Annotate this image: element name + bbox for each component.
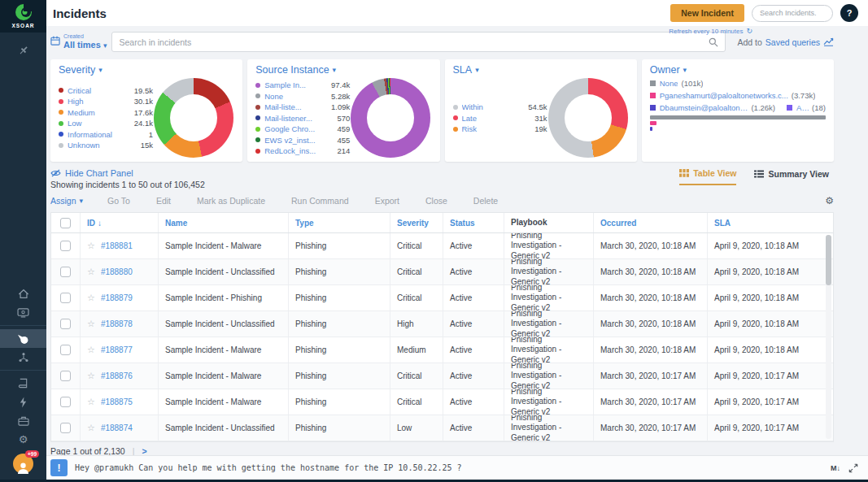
column-header-sla[interactable]: SLA (708, 213, 833, 232)
action-export[interactable]: Export (375, 196, 399, 206)
app-logo[interactable]: XSOAR (0, 0, 46, 33)
column-header-occurred[interactable]: Occurred (594, 213, 708, 232)
assign-dropdown[interactable]: Assign ▾ (50, 196, 83, 206)
source-instance-donut-chart[interactable] (351, 78, 430, 158)
column-header-severity[interactable]: Severity (390, 213, 443, 232)
legend-item[interactable]: Medium17.6k (59, 108, 153, 117)
help-button[interactable]: ? (840, 4, 858, 22)
row-checkbox[interactable] (60, 267, 71, 277)
column-header-playbook[interactable]: Playbook (504, 213, 594, 232)
sidebar-item-automation[interactable] (0, 393, 46, 411)
owner-bar[interactable] (650, 127, 652, 131)
legend-item[interactable]: Mail-liste...1.09k (255, 102, 350, 111)
sla-donut-chart[interactable] (548, 78, 628, 158)
created-filter-dropdown[interactable]: Created All times ▾ (50, 33, 107, 50)
owner-legend-item[interactable]: Dbaumstein@paloaltonetworks.c...(1.26k) (650, 103, 775, 112)
table-row[interactable]: ☆#188875Sample Incident - MalwarePhishin… (51, 389, 833, 415)
incident-search-input[interactable] (119, 37, 708, 47)
owner-bar[interactable] (650, 121, 656, 125)
favorite-star-icon[interactable]: ☆ (87, 319, 95, 329)
new-incident-button[interactable]: New Incident (670, 4, 744, 22)
severity-chart-title[interactable]: Severity▾ (59, 64, 234, 76)
incident-id-link[interactable]: #188875 (101, 397, 133, 406)
incident-id-link[interactable]: #188876 (101, 371, 133, 380)
incident-id-link[interactable]: #188877 (101, 345, 133, 354)
expand-command-bar-button[interactable] (848, 463, 858, 473)
legend-item[interactable]: Unknown15k (59, 141, 153, 150)
owner-bar[interactable] (650, 115, 826, 119)
column-header-id[interactable]: ID↓ (81, 213, 159, 232)
row-checkbox[interactable] (60, 397, 71, 407)
tab-summary-view[interactable]: Summary View (754, 168, 829, 185)
severity-donut-chart[interactable] (154, 78, 233, 158)
favorite-star-icon[interactable]: ☆ (87, 397, 95, 407)
column-header-name[interactable]: Name (159, 213, 289, 232)
legend-item[interactable]: Within54.5k (453, 102, 547, 111)
incident-id-link[interactable]: #188879 (101, 293, 133, 302)
refresh-note[interactable]: Refresh every 10 minutes ↻ (669, 27, 752, 35)
table-settings-gear-icon[interactable]: ⚙ (825, 196, 834, 206)
incident-id-link[interactable]: #188880 (101, 267, 133, 276)
favorite-star-icon[interactable]: ☆ (87, 293, 95, 303)
table-row[interactable]: ☆#188876Sample Incident - MalwarePhishin… (51, 363, 833, 389)
sla-chart-title[interactable]: SLA▾ (453, 64, 629, 76)
owner-legend-item[interactable]: Pganeshamurt@paloaltonetworks.c...(3.73k… (650, 91, 816, 100)
legend-item[interactable]: High30.1k (59, 97, 153, 106)
incident-id-link[interactable]: #188878 (101, 319, 133, 328)
sidebar-item-war-room[interactable] (0, 348, 46, 367)
table-row[interactable]: ☆#188880Sample Incident - UnclassifiedPh… (51, 259, 833, 285)
favorite-star-icon[interactable]: ☆ (87, 371, 95, 381)
owner-legend-item[interactable]: None(101k) (650, 79, 704, 88)
incident-id-link[interactable]: #188874 (101, 423, 133, 432)
table-scrollbar[interactable] (826, 235, 831, 439)
column-header-type[interactable]: Type (289, 213, 390, 232)
user-avatar[interactable]: +99 (13, 454, 33, 474)
action-delete[interactable]: Delete (473, 196, 498, 206)
legend-item[interactable]: Sample In...97.4k (255, 80, 350, 89)
favorite-star-icon[interactable]: ☆ (87, 267, 95, 277)
cli-prompt-icon[interactable]: ! (50, 459, 68, 476)
table-row[interactable]: ☆#188874Sample Incident - UnclassifiedPh… (51, 415, 833, 441)
sidebar-item-dashboards[interactable] (0, 303, 46, 322)
row-checkbox[interactable] (60, 293, 71, 303)
incident-search[interactable] (111, 32, 725, 52)
action-run-command[interactable]: Run Command (291, 196, 349, 206)
legend-item[interactable]: Critical19.5k (59, 86, 153, 95)
legend-item[interactable]: Late31k (453, 114, 547, 123)
table-row[interactable]: ☆#188877Sample Incident - MalwarePhishin… (51, 337, 833, 363)
owner-bar-chart[interactable] (650, 115, 826, 131)
sidebar-item-settings[interactable]: ⚙ (0, 430, 46, 449)
legend-item[interactable]: Risk19k (453, 124, 547, 133)
table-row[interactable]: ☆#188879Sample Incident - PhishingPhishi… (51, 285, 833, 311)
favorite-star-icon[interactable]: ☆ (87, 423, 95, 433)
sidebar-item-home[interactable] (0, 284, 46, 303)
favorite-star-icon[interactable]: ☆ (87, 345, 95, 355)
action-mark-as-duplicate[interactable]: Mark as Duplicate (197, 196, 265, 206)
action-edit[interactable]: Edit (156, 196, 171, 206)
legend-item[interactable]: Informational1 (59, 130, 153, 139)
legend-item[interactable]: RedLock_ins...214 (255, 146, 350, 155)
command-input[interactable] (75, 463, 831, 472)
action-go-to[interactable]: Go To (107, 196, 130, 206)
table-row[interactable]: ☆#188878Sample Incident - UnclassifiedPh… (51, 311, 833, 337)
action-close[interactable]: Close (425, 196, 447, 206)
row-checkbox[interactable] (60, 371, 71, 381)
legend-item[interactable]: EWS v2_inst...455 (255, 136, 350, 145)
column-header-status[interactable]: Status (443, 213, 504, 232)
sidebar-item-jobs[interactable] (0, 411, 46, 430)
owner-chart-title[interactable]: Owner▾ (650, 64, 826, 76)
source-instance-chart-title[interactable]: Source Instance▾ (255, 64, 431, 76)
favorite-star-icon[interactable]: ☆ (87, 241, 95, 251)
legend-item[interactable]: Mail-listener...570 (255, 114, 350, 123)
row-checkbox[interactable] (60, 241, 71, 251)
incident-id-link[interactable]: #188881 (101, 241, 133, 250)
trend-chart-icon[interactable] (823, 37, 834, 46)
markdown-toggle[interactable]: M↓ (831, 464, 840, 472)
scrollbar-thumb[interactable] (826, 235, 831, 285)
legend-item[interactable]: Google Chro...459 (255, 124, 350, 133)
pin-sidebar-button[interactable] (0, 41, 46, 59)
table-row[interactable]: ☆#188881Sample Incident - MalwarePhishin… (51, 233, 833, 259)
global-search-input[interactable] (760, 9, 825, 17)
legend-item[interactable]: None5.28k (255, 92, 350, 101)
sidebar-item-incidents[interactable] (0, 329, 46, 348)
